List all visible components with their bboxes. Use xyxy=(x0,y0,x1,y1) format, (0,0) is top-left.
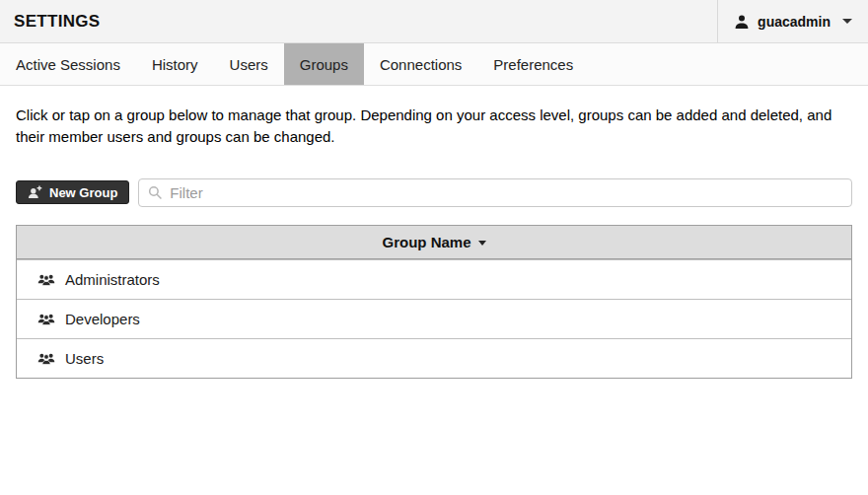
user-icon xyxy=(734,14,750,30)
group-name-header-label: Group Name xyxy=(382,234,470,250)
search-icon xyxy=(148,185,163,200)
group-name: Administrators xyxy=(65,271,160,288)
group-row-users[interactable]: Users xyxy=(17,338,851,378)
tab-active-sessions[interactable]: Active Sessions xyxy=(0,43,136,85)
group-icon xyxy=(37,352,55,365)
sort-descending-icon xyxy=(478,241,486,246)
tab-history[interactable]: History xyxy=(136,43,214,85)
group-name-column-header[interactable]: Group Name xyxy=(17,226,851,259)
user-name: guacadmin xyxy=(758,14,831,30)
group-row-administrators[interactable]: Administrators xyxy=(17,259,851,299)
tab-users[interactable]: Users xyxy=(214,43,284,85)
group-icon xyxy=(37,273,55,286)
filter-box xyxy=(138,178,852,207)
app-header: SETTINGS guacadmin xyxy=(0,0,868,43)
new-group-button[interactable]: New Group xyxy=(16,180,129,204)
tab-groups[interactable]: Groups xyxy=(284,43,364,85)
tab-preferences[interactable]: Preferences xyxy=(477,43,589,85)
new-group-button-label: New Group xyxy=(49,185,117,200)
filter-input[interactable] xyxy=(170,184,842,201)
group-name: Users xyxy=(65,350,104,367)
toolbar: New Group xyxy=(16,178,852,207)
page-description: Click or tap on a group below to manage … xyxy=(16,105,852,148)
add-group-icon xyxy=(28,185,42,199)
group-icon xyxy=(37,313,55,325)
user-menu[interactable]: guacadmin xyxy=(717,0,868,42)
page-title: SETTINGS xyxy=(0,12,100,32)
main-content: Click or tap on a group below to manage … xyxy=(0,105,868,379)
group-row-developers[interactable]: Developers xyxy=(17,299,851,338)
chevron-down-icon xyxy=(842,19,852,24)
tab-connections[interactable]: Connections xyxy=(364,43,477,85)
settings-tab-bar: Active Sessions History Users Groups Con… xyxy=(0,43,868,86)
group-name: Developers xyxy=(65,311,140,327)
group-table: Group Name Administrators xyxy=(16,225,852,379)
